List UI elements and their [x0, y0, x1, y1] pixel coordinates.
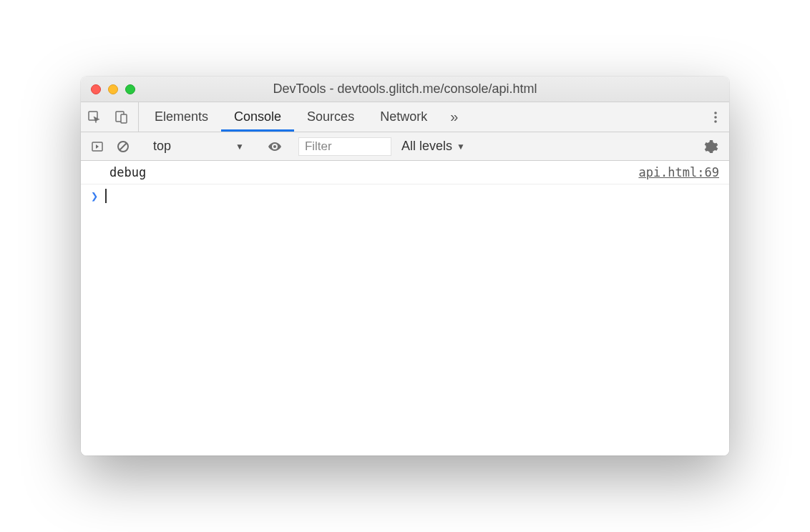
traffic-lights [91, 84, 135, 94]
inspect-element-icon[interactable] [81, 102, 108, 132]
tab-console[interactable]: Console [221, 102, 294, 132]
main-tabbar: Elements Console Sources Network » [81, 102, 729, 132]
more-options-icon[interactable] [702, 102, 729, 132]
console-source-link[interactable]: api.html:69 [638, 165, 719, 179]
clear-console-icon[interactable] [112, 140, 134, 153]
svg-line-8 [119, 143, 127, 150]
console-settings-icon[interactable] [699, 139, 723, 154]
tabs: Elements Console Sources Network » [142, 102, 468, 132]
svg-point-3 [714, 112, 717, 114]
svg-point-9 [273, 145, 276, 148]
toggle-sidebar-icon[interactable] [87, 140, 108, 153]
log-levels-selector[interactable]: All levels ▼ [396, 139, 471, 154]
chevron-down-icon: ▼ [457, 142, 465, 152]
close-window-button[interactable] [91, 84, 101, 94]
tab-elements[interactable]: Elements [142, 102, 221, 132]
window-title: DevTools - devtools.glitch.me/console/ap… [81, 82, 729, 97]
context-selector[interactable]: top ▼ [146, 139, 251, 154]
svg-point-5 [714, 120, 717, 123]
tabs-overflow-button[interactable]: » [440, 102, 468, 132]
svg-point-4 [714, 116, 717, 119]
device-toolbar-icon[interactable] [108, 102, 135, 132]
svg-rect-2 [121, 114, 127, 123]
console-input-row[interactable]: ❯ [81, 184, 729, 207]
live-expression-icon[interactable] [263, 140, 286, 153]
levels-label: All levels [401, 139, 452, 154]
context-label: top [153, 139, 171, 154]
minimize-window-button[interactable] [108, 84, 118, 94]
console-toolbar: top ▼ All levels ▼ [81, 132, 729, 161]
chevron-down-icon: ▼ [235, 142, 244, 152]
divider [138, 102, 139, 132]
prompt-caret-icon: ❯ [91, 189, 98, 203]
console-output: debug api.html:69 ❯ [81, 161, 729, 455]
text-cursor [105, 189, 107, 203]
tab-network[interactable]: Network [367, 102, 440, 132]
titlebar: DevTools - devtools.glitch.me/console/ap… [81, 77, 729, 102]
console-message-row: debug api.html:69 [81, 161, 729, 184]
filter-input[interactable] [298, 137, 391, 156]
maximize-window-button[interactable] [125, 84, 135, 94]
devtools-window: DevTools - devtools.glitch.me/console/ap… [81, 77, 729, 455]
console-message-text: debug [109, 165, 638, 179]
tab-sources[interactable]: Sources [294, 102, 367, 132]
